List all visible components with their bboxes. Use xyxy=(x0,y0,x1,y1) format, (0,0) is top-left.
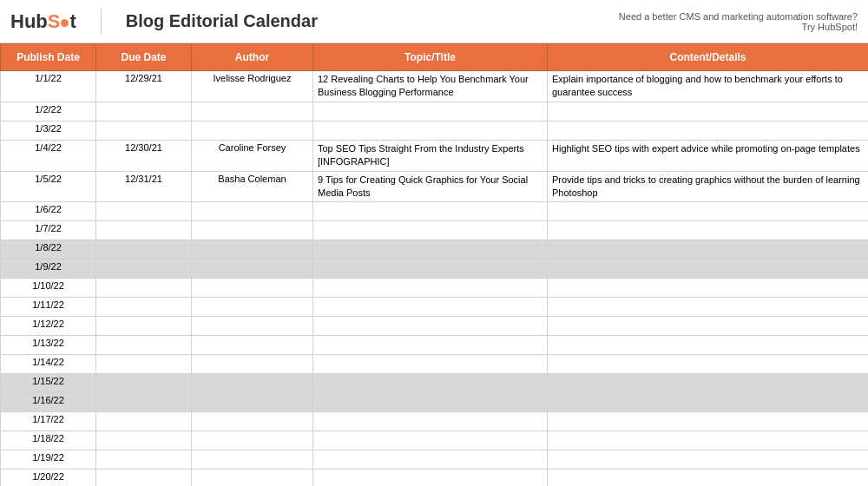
due-date xyxy=(96,450,192,470)
promo-line2: Try HubSpot! xyxy=(619,22,858,32)
content-details xyxy=(548,259,869,279)
content-details xyxy=(548,298,869,317)
content-details xyxy=(548,279,869,298)
author xyxy=(192,202,313,221)
publish-date: 1/2/22 xyxy=(1,102,96,121)
topic-title xyxy=(313,240,548,259)
table-row: 1/15/22 xyxy=(1,374,869,393)
author: Basha Coleman xyxy=(192,171,313,202)
topic-title xyxy=(313,259,548,279)
author xyxy=(192,121,313,140)
content-details xyxy=(548,355,869,374)
col-header-publish: Publish Date xyxy=(1,44,96,71)
author: Caroline Forsey xyxy=(192,140,313,171)
author xyxy=(192,450,313,470)
due-date xyxy=(96,279,192,298)
publish-date: 1/8/22 xyxy=(1,240,96,259)
author xyxy=(192,431,313,450)
author xyxy=(192,240,313,259)
topic-title xyxy=(313,202,548,221)
table-row: 1/2/22 xyxy=(1,102,869,121)
topic-title: 9 Tips for Creating Quick Graphics for Y… xyxy=(313,171,548,202)
topic-title: Top SEO Tips Straight From the Industry … xyxy=(313,140,548,171)
due-date xyxy=(96,259,192,279)
due-date xyxy=(96,240,192,259)
publish-date: 1/17/22 xyxy=(1,412,96,431)
topic-title xyxy=(313,221,548,240)
table-row: 1/19/22 xyxy=(1,450,869,470)
topic-title: 12 Revealing Charts to Help You Benchmar… xyxy=(313,71,548,102)
topic-title xyxy=(313,279,548,298)
due-date xyxy=(96,298,192,317)
publish-date: 1/1/22 xyxy=(1,71,96,102)
hubspot-logo: HubSt xyxy=(10,10,76,33)
publish-date: 1/13/22 xyxy=(1,336,96,355)
due-date xyxy=(96,102,192,121)
author xyxy=(192,317,313,336)
due-date: 12/31/21 xyxy=(96,171,192,202)
content-details xyxy=(548,202,869,221)
table-row: 1/16/22 xyxy=(1,393,869,412)
calendar-table-wrapper: Publish Date Due Date Author Topic/Title… xyxy=(0,43,868,486)
publish-date: 1/3/22 xyxy=(1,121,96,140)
author xyxy=(192,336,313,355)
content-details xyxy=(548,374,869,393)
due-date xyxy=(96,317,192,336)
content-details xyxy=(548,221,869,240)
promo-line1: Need a better CMS and marketing automati… xyxy=(619,11,858,22)
publish-date: 1/16/22 xyxy=(1,393,96,412)
page-title: Blog Editorial Calendar xyxy=(126,11,318,31)
table-row: 1/3/22 xyxy=(1,121,869,140)
logo-area: HubSt Blog Editorial Calendar xyxy=(10,9,318,35)
header-promo: Need a better CMS and marketing automati… xyxy=(619,11,858,32)
topic-title xyxy=(313,121,548,140)
col-header-topic: Topic/Title xyxy=(313,44,548,71)
due-date xyxy=(96,221,192,240)
publish-date: 1/4/22 xyxy=(1,140,96,171)
author xyxy=(192,374,313,393)
table-header-row: Publish Date Due Date Author Topic/Title… xyxy=(1,44,869,71)
content-details xyxy=(548,431,869,450)
table-row: 1/5/2212/31/21Basha Coleman9 Tips for Cr… xyxy=(1,171,869,202)
author xyxy=(192,393,313,412)
table-row: 1/8/22 xyxy=(1,240,869,259)
table-row: 1/17/22 xyxy=(1,412,869,431)
due-date xyxy=(96,374,192,393)
content-details xyxy=(548,121,869,140)
topic-title xyxy=(313,336,548,355)
due-date xyxy=(96,202,192,221)
publish-date: 1/10/22 xyxy=(1,279,96,298)
author xyxy=(192,221,313,240)
page-header: HubSt Blog Editorial Calendar Need a bet… xyxy=(0,0,868,43)
author xyxy=(192,279,313,298)
table-row: 1/6/22 xyxy=(1,202,869,221)
publish-date: 1/11/22 xyxy=(1,298,96,317)
table-row: 1/4/2212/30/21Caroline ForseyTop SEO Tip… xyxy=(1,140,869,171)
publish-date: 1/12/22 xyxy=(1,317,96,336)
table-row: 1/7/22 xyxy=(1,221,869,240)
table-row: 1/18/22 xyxy=(1,431,869,450)
content-details xyxy=(548,317,869,336)
col-header-author: Author xyxy=(192,44,313,71)
author xyxy=(192,298,313,317)
author xyxy=(192,470,313,486)
publish-date: 1/14/22 xyxy=(1,355,96,374)
content-details: Highlight SEO tips with expert advice wh… xyxy=(548,140,869,171)
due-date xyxy=(96,336,192,355)
table-row: 1/14/22 xyxy=(1,355,869,374)
topic-title xyxy=(313,431,548,450)
topic-title xyxy=(313,393,548,412)
table-row: 1/10/22 xyxy=(1,279,869,298)
author xyxy=(192,355,313,374)
header-divider xyxy=(101,9,102,35)
editorial-calendar-table: Publish Date Due Date Author Topic/Title… xyxy=(0,43,868,486)
publish-date: 1/6/22 xyxy=(1,202,96,221)
table-row: 1/13/22 xyxy=(1,336,869,355)
content-details: Explain importance of blogging and how t… xyxy=(548,71,869,102)
topic-title xyxy=(313,412,548,431)
due-date xyxy=(96,355,192,374)
content-details xyxy=(548,470,869,486)
due-date xyxy=(96,121,192,140)
topic-title xyxy=(313,298,548,317)
publish-date: 1/7/22 xyxy=(1,221,96,240)
